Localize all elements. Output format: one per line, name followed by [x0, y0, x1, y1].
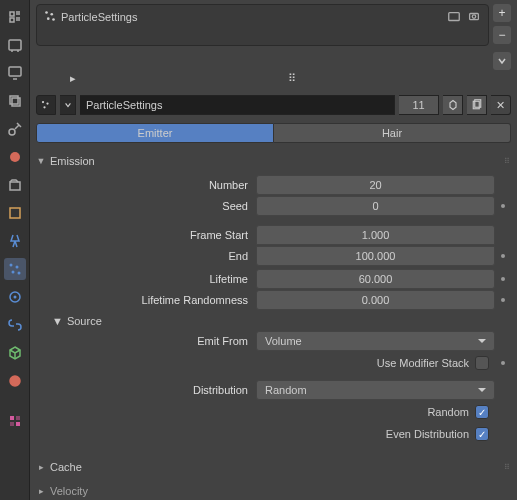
number-value: 20 [369, 179, 381, 191]
svg-point-21 [47, 17, 50, 20]
source-panel-header[interactable]: ▼ Source [36, 311, 511, 331]
particle-icon [43, 9, 57, 25]
distribution-dropdown[interactable]: Random [256, 380, 495, 400]
svg-point-13 [13, 296, 16, 299]
lifetime-rand-label: Lifetime Randomness [36, 294, 256, 306]
fake-user-button[interactable] [443, 95, 463, 115]
emit-from-label: Emit From [36, 335, 256, 347]
tab-emitter-label: Emitter [138, 127, 173, 139]
svg-rect-7 [10, 208, 20, 218]
svg-rect-15 [10, 416, 14, 420]
velocity-panel-title: Velocity [50, 485, 88, 497]
number-field[interactable]: 20 [256, 175, 495, 195]
tool-settings-icon[interactable] [4, 6, 26, 28]
cache-panel-title: Cache [50, 461, 82, 473]
random-checkbox[interactable] [475, 405, 489, 419]
animate-dot[interactable] [495, 298, 511, 302]
mesh-data-icon[interactable] [4, 342, 26, 364]
modifiers-icon[interactable] [4, 230, 26, 252]
lifetime-rand-value: 0.000 [362, 294, 390, 306]
panel-grip-icon[interactable]: ⠿ [504, 463, 511, 472]
svg-rect-16 [16, 416, 20, 420]
tab-emitter[interactable]: Emitter [36, 123, 274, 143]
cache-panel-header[interactable]: ▸ Cache ⠿ [36, 457, 511, 477]
particle-system-name[interactable]: ParticleSettings [61, 11, 137, 23]
svg-rect-2 [10, 96, 18, 104]
object-icon[interactable] [4, 202, 26, 224]
lifetime-rand-field[interactable]: 0.000 [256, 290, 495, 310]
lifetime-value: 60.000 [359, 273, 393, 285]
render-toggle-icon[interactable] [466, 9, 482, 25]
render-icon[interactable] [4, 34, 26, 56]
datablock-name-field[interactable]: ParticleSettings [80, 95, 395, 115]
chevron-down-icon: ▼ [52, 315, 63, 327]
emit-from-dropdown[interactable]: Volume [256, 331, 495, 351]
svg-point-5 [10, 152, 20, 162]
svg-point-27 [46, 102, 48, 104]
tab-hair[interactable]: Hair [274, 123, 511, 143]
particle-system-list[interactable]: ParticleSettings [36, 4, 489, 46]
datablock-users-button[interactable]: 11 [399, 95, 439, 115]
particle-specials-menu[interactable] [493, 52, 511, 70]
random-label: Random [427, 406, 469, 418]
physics-icon[interactable] [4, 286, 26, 308]
output-icon[interactable] [4, 62, 26, 84]
svg-point-26 [42, 101, 44, 103]
svg-point-28 [43, 106, 45, 108]
source-panel-title: Source [67, 315, 102, 327]
material-icon[interactable] [4, 370, 26, 392]
tab-hair-label: Hair [382, 127, 402, 139]
seed-field[interactable]: 0 [256, 196, 495, 216]
properties-editor: ParticleSettings + − ▸ ⠿ ParticleSetting… [30, 0, 517, 500]
svg-point-25 [472, 15, 476, 19]
list-grip-icon[interactable]: ⠿ [288, 72, 296, 85]
collection-icon[interactable] [4, 174, 26, 196]
datablock-name-text: ParticleSettings [86, 99, 162, 111]
particles-icon[interactable] [4, 258, 26, 280]
datablock-browse-button[interactable] [60, 95, 76, 115]
animate-dot[interactable] [495, 277, 511, 281]
emit-from-value: Volume [265, 335, 302, 347]
lifetime-field[interactable]: 60.000 [256, 269, 495, 289]
even-dist-label: Even Distribution [386, 428, 469, 440]
svg-rect-3 [12, 98, 20, 106]
number-label: Number [36, 179, 256, 191]
panel-grip-icon[interactable]: ⠿ [504, 157, 511, 166]
properties-tab-bar [0, 0, 30, 500]
svg-rect-18 [16, 422, 20, 426]
remove-particle-system-button[interactable]: − [493, 26, 511, 44]
viewport-toggle-icon[interactable] [446, 9, 462, 25]
world-icon[interactable] [4, 146, 26, 168]
chevron-right-icon: ▸ [36, 462, 46, 472]
velocity-panel-header[interactable]: ▸ Velocity [36, 481, 511, 500]
use-modifier-checkbox[interactable] [475, 356, 489, 370]
unlink-datablock-button[interactable]: ✕ [491, 95, 511, 115]
animate-dot[interactable] [495, 254, 511, 258]
texture-icon[interactable] [4, 410, 26, 432]
frame-start-field[interactable]: 1.000 [256, 225, 495, 245]
frame-end-field[interactable]: 100.000 [256, 246, 495, 266]
particle-type-tabs: Emitter Hair [30, 119, 517, 147]
animate-dot[interactable] [495, 361, 511, 365]
emission-panel-title: Emission [50, 155, 95, 167]
seed-label: Seed [36, 200, 256, 212]
svg-point-10 [11, 271, 14, 274]
frame-start-value: 1.000 [362, 229, 390, 241]
animate-dot[interactable] [495, 204, 511, 208]
play-icon[interactable]: ▸ [70, 72, 76, 85]
distribution-value: Random [265, 384, 307, 396]
svg-point-19 [45, 11, 48, 14]
lifetime-label: Lifetime [36, 273, 256, 285]
even-dist-checkbox[interactable] [475, 427, 489, 441]
frame-end-value: 100.000 [356, 250, 396, 262]
svg-point-4 [9, 129, 15, 135]
new-datablock-button[interactable] [467, 95, 487, 115]
svg-point-11 [17, 272, 20, 275]
viewlayer-icon[interactable] [4, 90, 26, 112]
constraints-icon[interactable] [4, 314, 26, 336]
svg-point-8 [9, 264, 12, 267]
svg-rect-1 [9, 67, 21, 76]
emission-panel-header[interactable]: ▼ Emission ⠿ [36, 151, 511, 171]
add-particle-system-button[interactable]: + [493, 4, 511, 22]
scene-icon[interactable] [4, 118, 26, 140]
